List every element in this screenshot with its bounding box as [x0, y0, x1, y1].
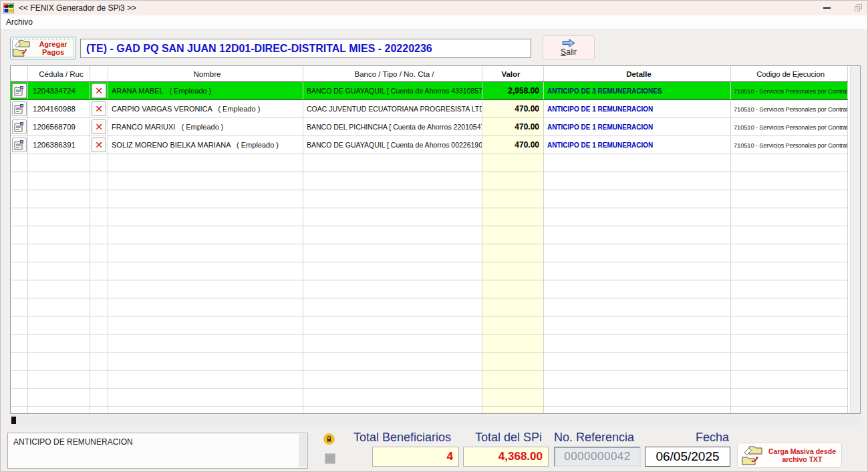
- banco-cell: [303, 280, 482, 298]
- total-beneficiarios-value: 4: [372, 447, 459, 467]
- valor-cell: [482, 389, 544, 406]
- delete-row-button[interactable]: ✕: [92, 120, 106, 134]
- delete-x-icon: ✕: [95, 85, 103, 96]
- carga-label-line2: archivo TXT: [782, 455, 822, 463]
- empty-table-row: [11, 208, 848, 226]
- footer-panel: ANTICIPO DE REMUNERACION Total Beneficia…: [1, 428, 867, 472]
- edit-row-button[interactable]: [12, 83, 27, 98]
- delete-cell: [90, 371, 108, 388]
- cedula-cell: 1204160988: [28, 100, 90, 117]
- codigo-cell: [731, 407, 848, 414]
- salir-button[interactable]: Salir: [543, 35, 595, 60]
- nombre-cell: [108, 407, 303, 414]
- delete-row-button[interactable]: ✕: [92, 83, 106, 98]
- menu-archivo[interactable]: Archivo: [1, 16, 38, 28]
- status-square[interactable]: [325, 453, 335, 464]
- detalle-cell: [544, 371, 731, 388]
- agregar-pagos-button[interactable]: Agregar Pagos: [10, 37, 76, 59]
- edit-cell: [11, 226, 28, 244]
- delete-cell: [90, 154, 108, 172]
- column-header: Cédula / Ruc: [28, 66, 90, 81]
- fecha-field[interactable]: 06/05/2025: [645, 447, 730, 467]
- table-row[interactable]: 1206386391✕SOLIZ MORENO BIELKA MARIANA (…: [11, 136, 848, 154]
- carga-masiva-button[interactable]: Carga Masiva desde archivo TXT: [737, 443, 842, 468]
- valor-cell: [482, 172, 544, 190]
- valor-cell: [482, 244, 544, 262]
- delete-cell: [90, 407, 108, 414]
- codigo-cell: [731, 208, 848, 226]
- detalle-cell: [544, 190, 731, 208]
- edit-cell: [11, 352, 28, 370]
- codigo-cell: 710510 - Servicios Personales por Contra…: [731, 118, 848, 136]
- banco-cell: [303, 190, 482, 208]
- nombre-cell: [108, 352, 303, 370]
- cedula-cell: 1204334724: [28, 82, 90, 99]
- nombre-cell: [108, 389, 303, 406]
- delete-row-button[interactable]: ✕: [92, 101, 106, 116]
- add-payments-folders-icon: [11, 38, 31, 58]
- edit-cell: [11, 208, 28, 226]
- banco-cell: COAC JUVENTUD ECUATORIANA PROGRESISTA LT…: [303, 100, 482, 117]
- delete-cell: [90, 172, 108, 190]
- delete-cell: [90, 352, 108, 370]
- restore-button[interactable]: [855, 4, 862, 11]
- delete-cell: [90, 298, 108, 316]
- nombre-cell: [108, 172, 303, 190]
- delete-cell: [90, 334, 108, 352]
- detalle-cell: [544, 352, 731, 370]
- valor-cell: [482, 262, 544, 280]
- detalle-cell: [544, 244, 731, 262]
- table-row[interactable]: 1206568709✕FRANCO MARIUXI ( Empleado )BA…: [11, 118, 848, 136]
- detalle-cell: [544, 407, 731, 414]
- nombre-cell: [108, 244, 303, 262]
- valor-cell: [482, 316, 544, 334]
- referencia-field[interactable]: 0000000042: [554, 447, 641, 467]
- valor-cell: 470.00: [482, 136, 544, 154]
- detalle-cell: [544, 389, 731, 406]
- edit-row-button[interactable]: [12, 138, 27, 152]
- edit-form-icon: [14, 122, 24, 132]
- delete-cell: [90, 208, 108, 226]
- grid-horizontal-scrollbar[interactable]: [10, 415, 861, 425]
- detalle-textarea[interactable]: ANTICIPO DE REMUNERACION: [7, 433, 308, 469]
- spi-title-field[interactable]: (TE) - GAD PQ SAN JUAN 12D01-DIREC-DISTR…: [80, 39, 531, 58]
- edit-cell: [11, 280, 28, 298]
- valor-cell: 470.00: [482, 118, 544, 136]
- table-row[interactable]: 1204334724✕ARANA MABEL ( Empleado )BANCO…: [11, 82, 848, 100]
- edit-row-button[interactable]: [12, 120, 27, 134]
- delete-x-icon: ✕: [95, 122, 103, 132]
- edit-cell: [11, 190, 28, 208]
- detalle-cell: [544, 226, 731, 244]
- empty-table-row: [11, 334, 848, 352]
- detalle-cell: [544, 334, 731, 352]
- hscroll-thumb[interactable]: [11, 417, 16, 424]
- titlebar: << FENIX Generador de SPi3 >>: [1, 1, 867, 15]
- textarea-scrollbar[interactable]: [299, 434, 307, 467]
- cedula-cell: [28, 190, 90, 208]
- edit-cell: [11, 82, 28, 99]
- delete-cell: [90, 244, 108, 262]
- nombre-cell: [108, 298, 303, 316]
- detalle-cell: [544, 316, 731, 334]
- codigo-cell: [731, 262, 848, 280]
- nombre-cell: SOLIZ MORENO BIELKA MARIANA ( Empleado ): [108, 136, 303, 154]
- edit-row-button[interactable]: [12, 101, 27, 116]
- banco-cell: [303, 244, 482, 262]
- empty-table-row: [11, 172, 848, 190]
- delete-row-button[interactable]: ✕: [92, 138, 106, 152]
- delete-cell: [90, 190, 108, 208]
- edit-cell: [11, 136, 28, 154]
- grid-vertical-scrollbar[interactable]: [850, 66, 860, 413]
- minimize-button[interactable]: [823, 7, 831, 9]
- delete-cell: ✕: [90, 136, 108, 154]
- cedula-cell: [28, 172, 90, 190]
- banco-cell: BANCO DE GUAYAQUIL [ Cuenta de Ahorros 0…: [303, 136, 482, 154]
- agregar-label-line1: Agregar: [39, 40, 67, 48]
- table-row[interactable]: 1204160988✕CARPIO VARGAS VERONICA ( Empl…: [11, 100, 848, 118]
- agregar-label-line2: Pagos: [42, 48, 64, 56]
- delete-cell: [90, 316, 108, 334]
- codigo-cell: [731, 226, 848, 244]
- banco-cell: [303, 389, 482, 406]
- delete-cell: [90, 226, 108, 244]
- delete-cell: [90, 389, 108, 406]
